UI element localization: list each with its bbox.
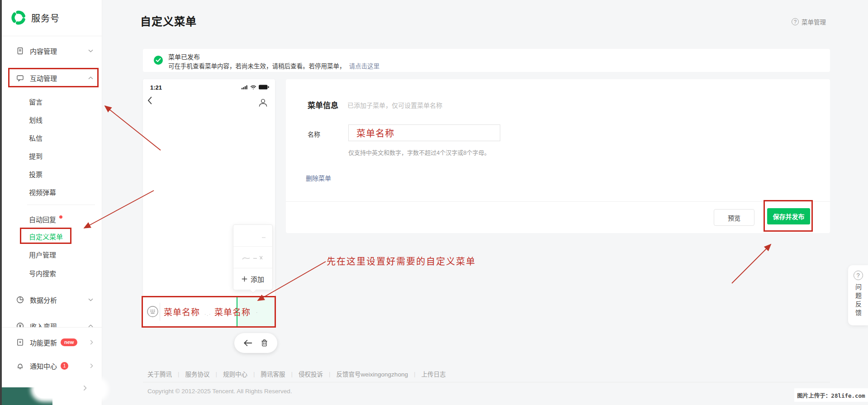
- watermark-text: 图片上传于：28life.com: [794, 388, 868, 402]
- feedback-widget[interactable]: ? 问题反馈: [848, 265, 868, 325]
- censored-mark: ·.·: [204, 312, 211, 317]
- sidebar-item-label: 通知中心: [30, 361, 57, 371]
- trash-icon[interactable]: [261, 339, 268, 347]
- sidebar-item-user-mgmt[interactable]: 用户管理: [2, 246, 102, 264]
- brand-logo-icon: [11, 10, 26, 25]
- back-arrow-icon[interactable]: [243, 339, 252, 347]
- question-icon: ?: [854, 271, 863, 280]
- signal-icon: [242, 85, 248, 90]
- keyboard-icon[interactable]: [147, 305, 159, 318]
- preview-button[interactable]: 预览: [714, 209, 754, 226]
- sidebar-item-data-analysis[interactable]: 数据分析: [2, 291, 102, 309]
- sidebar-item-huaxian[interactable]: 划线: [2, 111, 102, 129]
- delete-menu-link[interactable]: 删除菜单: [306, 173, 331, 182]
- footer-link[interactable]: 反馈官号weixingongzhong: [337, 369, 408, 378]
- bell-icon: [16, 362, 24, 370]
- chevron-up-icon: [88, 76, 93, 80]
- document-icon: [16, 47, 24, 55]
- divider: [27, 205, 95, 205]
- footer-link[interactable]: 关于腾讯: [147, 369, 172, 378]
- chevron-down-icon: [88, 49, 93, 52]
- footer-link[interactable]: 侵权投诉: [299, 369, 323, 378]
- sidebar-item-label: 自动回复: [29, 216, 56, 224]
- footer-separator: |: [253, 371, 255, 377]
- footer-link[interactable]: 服务协议: [185, 369, 210, 378]
- feedback-label: 问题反馈: [854, 284, 863, 318]
- footer-separator: |: [414, 371, 416, 377]
- divider: [2, 327, 102, 328]
- footer-separator: |: [216, 371, 218, 377]
- banner-title: 菜单已发布: [168, 52, 200, 61]
- submenu-item-censored[interactable]: [233, 225, 272, 247]
- page-title: 自定义菜单: [140, 13, 197, 29]
- add-button-label: 添加: [251, 274, 264, 284]
- sidebar-item-interact-mgmt[interactable]: 互动管理: [2, 69, 102, 87]
- sidebar-item-income-clipped[interactable]: 收入变现: [2, 317, 102, 327]
- sidebar-item-tidao[interactable]: 提到: [2, 148, 102, 166]
- wifi-icon: [250, 85, 256, 90]
- coin-icon: [16, 322, 24, 328]
- notification-dot: [59, 215, 62, 219]
- disable-menu-link[interactable]: 请点击这里: [349, 63, 380, 70]
- section-title: 菜单信息: [308, 99, 338, 110]
- chevron-right-icon: [90, 340, 93, 345]
- menu-item-left[interactable]: 菜单名称: [164, 305, 200, 318]
- footer-separator: |: [178, 371, 180, 377]
- menu-item-right[interactable]: 菜单名称: [214, 305, 251, 318]
- plus-icon: [242, 276, 247, 282]
- menu-info-panel: 菜单信息 已添加子菜单，仅可设置菜单名称 名称 菜单名称 仅支持中英文和数字，字…: [286, 79, 830, 233]
- name-field-label: 名称: [308, 129, 320, 138]
- sidebar-item-sixin[interactable]: 私信: [2, 129, 102, 148]
- copyright-text: Copyright © 2012-2025 Tencent. All Right…: [147, 388, 292, 395]
- menu-divider: [160, 303, 160, 321]
- save-publish-button[interactable]: 保存并发布: [767, 208, 810, 224]
- footer-link[interactable]: 腾讯客服: [261, 369, 285, 378]
- sidebar-item-auto-reply[interactable]: 自动回复: [2, 211, 102, 229]
- menu-name-input[interactable]: 菜单名称: [348, 124, 500, 141]
- footer-separator: |: [291, 371, 293, 377]
- help-link-label: 菜单管理: [802, 17, 826, 26]
- window-edge: [0, 0, 2, 405]
- phone-menu-bar-annotated: 菜单名称 ·.· 菜单名称 ·: [142, 296, 276, 328]
- success-check-icon: [154, 56, 163, 65]
- censored-mark: ·: [256, 310, 258, 315]
- sidebar-item-label: 内容管理: [30, 46, 57, 56]
- sidebar-item-feature-update[interactable]: 功能更新 new: [2, 333, 102, 351]
- sidebar-item-account-search[interactable]: 号内搜索: [2, 265, 102, 283]
- chevron-right-icon[interactable]: [83, 385, 87, 391]
- banner-description-text: 可在手机查看菜单内容，若尚未生效，请稍后查看。若停用菜单，: [168, 63, 346, 70]
- brand-name: 服务号: [31, 11, 60, 24]
- sidebar-item-notification-center[interactable]: 通知中心 1: [2, 357, 102, 375]
- footer-link[interactable]: 规则中心: [223, 369, 247, 378]
- sidebar-item-custom-menu[interactable]: 自定义菜单: [2, 228, 102, 246]
- sidebar-item-label: 互动管理: [30, 73, 57, 83]
- new-badge: new: [61, 338, 77, 346]
- publish-status-banner: 菜单已发布 可在手机查看菜单内容，若尚未生效，请稍后查看。若停用菜单，请点击这里: [143, 49, 830, 72]
- person-icon[interactable]: [258, 98, 268, 107]
- battery-icon: [259, 85, 269, 90]
- count-badge: 1: [61, 362, 68, 370]
- menu-management-help-link[interactable]: ? 菜单管理: [792, 17, 826, 26]
- sidebar-item-liuyan[interactable]: 留言: [2, 93, 102, 111]
- divider: [286, 201, 830, 202]
- divider: [143, 382, 830, 382]
- sidebar-item-content-mgmt[interactable]: 内容管理: [2, 42, 102, 60]
- sidebar-item-shipindanmu[interactable]: 视频弹幕: [2, 184, 102, 202]
- footer-links: 关于腾讯| 服务协议| 规则中心| 腾讯客服| 侵权投诉| 反馈官号weixin…: [147, 369, 446, 378]
- sidebar-item-label: 功能更新: [30, 338, 57, 347]
- submenu-item-censored[interactable]: [233, 247, 272, 268]
- book-icon: [16, 338, 24, 346]
- submenu-popup: 添加: [233, 224, 273, 290]
- censored-scribble: [261, 237, 266, 238]
- banner-description: 可在手机查看菜单内容，若尚未生效，请稍后查看。若停用菜单，请点击这里: [168, 61, 379, 70]
- sidebar: 服务号 内容管理 互动管理 留言 划线 私信 提到 投票 视频弹幕 自动回复 自…: [2, 0, 102, 405]
- section-hint: 已添加子菜单，仅可设置菜单名称: [347, 100, 442, 110]
- sidebar-item-label: 数据分析: [30, 295, 57, 305]
- back-chevron-icon[interactable]: [147, 96, 152, 105]
- footer-link[interactable]: 上传日志: [421, 369, 446, 378]
- phone-status-icons: [242, 85, 269, 90]
- annotation-tip-text: 先在这里设置好需要的自定义菜单: [327, 254, 476, 267]
- question-icon: ?: [792, 18, 799, 25]
- footer-separator: |: [329, 371, 331, 377]
- sidebar-item-toupiao[interactable]: 投票: [2, 166, 102, 184]
